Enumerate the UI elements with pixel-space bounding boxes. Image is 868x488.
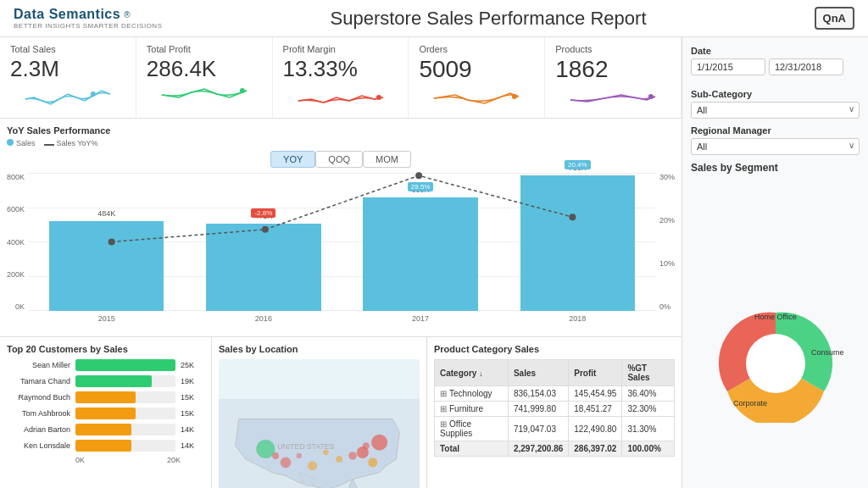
svg-point-23 bbox=[281, 458, 292, 469]
date-from-input[interactable] bbox=[691, 58, 765, 75]
x-label-2015: 2015 bbox=[35, 314, 178, 323]
y-axis-right: 30% 20% 10% 0% bbox=[659, 173, 675, 330]
us-map-svg: UNITED STATES bbox=[219, 359, 420, 488]
subcategory-filter: Sub-Category All bbox=[691, 89, 860, 119]
kpi-card-2: Profit Margin 13.33% bbox=[273, 37, 409, 118]
kpi-label-4: Products bbox=[555, 44, 670, 54]
tab-qoq[interactable]: QOQ bbox=[315, 151, 363, 168]
yoy-chart-title: YoY Sales Performance bbox=[7, 125, 675, 136]
svg-point-17 bbox=[368, 458, 377, 467]
bars-container: 484K 471K -2.8% 609K 29.5% 733K 20.4% bbox=[28, 173, 656, 311]
customer-val-3: 15K bbox=[181, 409, 204, 418]
segment-chart-panel: Sales by Segment Consumer Corporate Home… bbox=[691, 162, 860, 488]
kpi-sparkline-4 bbox=[555, 83, 670, 108]
total-pct: 100.00% bbox=[622, 441, 675, 457]
x-label-2016: 2016 bbox=[192, 314, 335, 323]
map-bg: UNITED STATES bbox=[219, 359, 420, 488]
svg-point-26 bbox=[297, 453, 302, 458]
svg-point-22 bbox=[256, 440, 275, 458]
product-profit-1: 18,451.27 bbox=[569, 402, 622, 417]
legend-yoy: Sales YoY% bbox=[44, 139, 98, 147]
svg-point-20 bbox=[336, 456, 342, 463]
svg-point-25 bbox=[308, 461, 317, 470]
bar-2015: 484K bbox=[35, 173, 178, 311]
svg-text:Corporate: Corporate bbox=[733, 399, 767, 408]
customer-val-0: 25K bbox=[181, 361, 204, 369]
bar-2018: 733K 20.4% bbox=[506, 173, 649, 311]
bar-2016: 471K -2.8% bbox=[192, 173, 335, 311]
date-label: Date bbox=[691, 46, 860, 56]
x-label-2017: 2017 bbox=[349, 314, 492, 323]
main-content: YoY Sales Performance Sales Sales YoY% Y… bbox=[0, 119, 682, 488]
kpi-value-1: 286.4K bbox=[147, 56, 262, 82]
product-profit-2: 122,490.80 bbox=[569, 417, 622, 441]
charts-row1: YoY Sales Performance Sales Sales YoY% Y… bbox=[0, 119, 682, 337]
product-category-2: ⊞Office Supplies bbox=[435, 417, 509, 441]
kpi-sparkline-2 bbox=[283, 82, 398, 108]
product-category-1: ⊞Furniture bbox=[435, 402, 509, 417]
regional-manager-filter: Regional Manager All bbox=[691, 125, 860, 155]
customer-bar-fill-2 bbox=[75, 391, 136, 403]
kpi-label-0: Total Sales bbox=[10, 44, 125, 54]
svg-point-21 bbox=[323, 450, 328, 455]
product-sales-0: 836,154.03 bbox=[508, 386, 568, 402]
bar-value-label-0: 484K bbox=[97, 209, 115, 218]
svg-point-18 bbox=[348, 452, 356, 459]
customer-name-1: Tamara Chand bbox=[7, 377, 70, 385]
col-pct[interactable]: %GT Sales bbox=[622, 360, 675, 386]
kpi-card-0: Total Sales 2.3M bbox=[0, 37, 136, 118]
total-label: Total bbox=[435, 441, 509, 457]
customer-bar-bg-5 bbox=[75, 440, 175, 452]
date-to-input[interactable] bbox=[769, 58, 843, 75]
date-filter: Date bbox=[691, 46, 860, 82]
col-category[interactable]: Category ↓ bbox=[435, 360, 509, 386]
top-customers-title: Top 20 Customers by Sales bbox=[7, 344, 204, 354]
tab-mom[interactable]: MOM bbox=[363, 151, 411, 168]
customer-val-1: 19K bbox=[181, 377, 204, 385]
product-profit-0: 145,454.95 bbox=[569, 386, 622, 402]
regional-manager-label: Regional Manager bbox=[691, 125, 860, 136]
customer-bar-fill-5 bbox=[75, 440, 131, 452]
svg-point-24 bbox=[272, 452, 279, 459]
product-pct-2: 31.30% bbox=[622, 417, 675, 441]
total-sales: 2,297,200.86 bbox=[508, 441, 568, 457]
y-axis-left: 800K 600K 400K 200K 0K bbox=[7, 173, 25, 330]
svg-point-4 bbox=[648, 94, 654, 99]
subcategory-label: Sub-Category bbox=[691, 89, 860, 99]
kpi-value-0: 2.3M bbox=[10, 56, 125, 82]
tab-yoy[interactable]: YOY bbox=[270, 151, 315, 168]
kpi-card-3: Orders 5009 bbox=[409, 37, 545, 118]
subcategory-select[interactable]: All bbox=[691, 102, 860, 119]
svg-point-1 bbox=[240, 88, 245, 93]
qna-button[interactable]: QnA bbox=[815, 7, 854, 30]
kpi-value-2: 13.33% bbox=[283, 56, 398, 82]
svg-point-0 bbox=[91, 92, 96, 97]
bar-badge-3: 20.4% bbox=[565, 160, 591, 169]
col-profit[interactable]: Profit bbox=[569, 360, 622, 386]
kpi-card-4: Products 1862 bbox=[545, 37, 682, 118]
kpi-value-4: 1862 bbox=[555, 56, 670, 83]
page-title: Superstore Sales Performance Report bbox=[179, 8, 797, 30]
customer-val-4: 14K bbox=[181, 425, 204, 434]
right-panel: Date Sub-Category All Regional Manager A… bbox=[682, 37, 868, 488]
total-profit: 286,397.02 bbox=[569, 441, 622, 457]
regional-manager-select[interactable]: All bbox=[691, 138, 860, 155]
top-customers: Top 20 Customers by Sales Sean Miller 25… bbox=[0, 337, 212, 488]
segment-chart-title: Sales by Segment bbox=[691, 162, 860, 174]
col-sales[interactable]: Sales bbox=[508, 360, 568, 386]
customer-row-1: Tamara Chand 19K bbox=[7, 375, 204, 387]
customer-row-3: Tom Ashbrook 15K bbox=[7, 408, 204, 419]
product-pct-1: 32.30% bbox=[622, 402, 675, 417]
customer-name-0: Sean Miller bbox=[7, 361, 70, 369]
product-row-0: ⊞Technology 836,154.03 145,454.95 36.40% bbox=[435, 386, 675, 402]
customer-bar-fill-3 bbox=[75, 408, 136, 419]
kpi-sparkline-3 bbox=[419, 83, 534, 108]
customer-name-2: Raymond Buch bbox=[7, 393, 70, 402]
product-row-2: ⊞Office Supplies 719,047.03 122,490.80 3… bbox=[435, 417, 675, 441]
logo-tagline: Better Insights Smarter Decisions bbox=[14, 22, 162, 30]
bar-chart-container: 484K 471K -2.8% 609K 29.5% 733K 20.4% 20… bbox=[28, 173, 656, 330]
customer-name-4: Adrian Barton bbox=[7, 425, 70, 434]
svg-text:UNITED STATES: UNITED STATES bbox=[277, 442, 334, 451]
customer-name-5: Ken Lonsdale bbox=[7, 441, 70, 450]
customer-bar-bg-2 bbox=[75, 391, 175, 403]
